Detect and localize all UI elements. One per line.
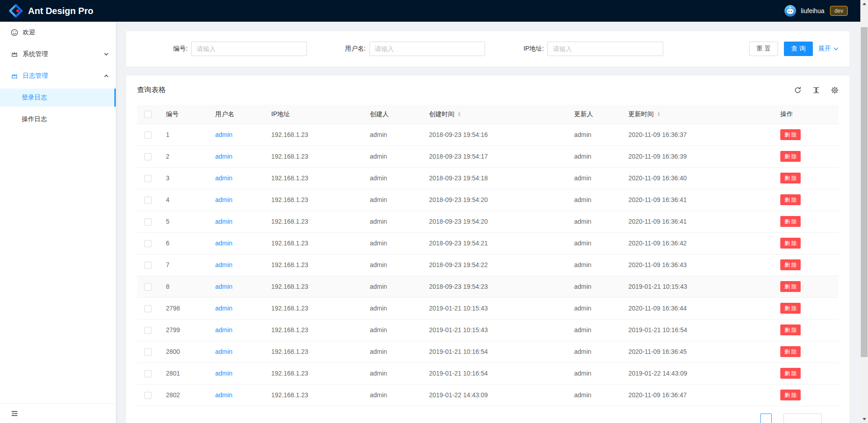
sidebar-item-label: 系统管理 (23, 50, 48, 58)
scrollbar-thumb[interactable] (861, 27, 868, 357)
scrollbar-up-arrow[interactable] (860, 0, 868, 8)
row-checkbox[interactable] (144, 348, 151, 356)
delete-button[interactable]: 删 除 (780, 173, 801, 183)
row-checkbox[interactable] (144, 175, 151, 182)
delete-button[interactable]: 删 除 (780, 238, 801, 249)
user-avatar[interactable] (784, 5, 796, 17)
sorter-icon[interactable]: ▲▼ (657, 112, 660, 117)
query-button[interactable]: 查 询 (784, 42, 813, 56)
row-checkbox[interactable] (144, 197, 151, 204)
column-header-created-time[interactable]: 创建时间▲▼ (422, 105, 567, 124)
row-checkbox[interactable] (144, 327, 151, 334)
row-checkbox[interactable] (144, 262, 151, 269)
username[interactable]: liufeihua (801, 7, 824, 14)
expand-link[interactable]: 展开 (818, 45, 839, 53)
sidebar-item-welcome[interactable]: 欢迎 (0, 24, 116, 42)
delete-button[interactable]: 删 除 (780, 281, 801, 292)
cell-id: 2 (159, 146, 208, 167)
username-link[interactable]: admin (215, 370, 232, 377)
menu-fold-icon[interactable] (11, 410, 18, 417)
ip-input[interactable] (547, 42, 663, 56)
delete-button[interactable]: 删 除 (780, 129, 801, 140)
sidebar-item-label: 操作日志 (22, 115, 47, 123)
column-header-updated-time[interactable]: 更新时间▲▼ (621, 105, 773, 124)
username-link[interactable]: admin (215, 153, 232, 160)
sidebar-item-log-management[interactable]: 日志管理 (0, 67, 116, 85)
delete-button[interactable]: 删 除 (780, 303, 801, 314)
table-row: 1admin192.168.1.23admin2018-09-23 19:54:… (137, 124, 839, 146)
cell-id: 5 (159, 211, 208, 232)
username-link[interactable]: admin (215, 131, 232, 138)
username-link[interactable]: admin (215, 305, 232, 312)
reload-icon[interactable] (794, 86, 802, 94)
delete-button[interactable]: 删 除 (780, 259, 801, 270)
delete-button[interactable]: 删 除 (780, 151, 801, 162)
sidebar-item-login-log[interactable]: 登录日志 (0, 89, 116, 107)
sidebar-item-system-management[interactable]: 系统管理 (0, 45, 116, 63)
cell-updater: admin (567, 167, 621, 189)
table-title: 查询表格 (137, 85, 166, 95)
sorter-icon[interactable]: ▲▼ (458, 112, 461, 117)
sidebar-item-operation-log[interactable]: 操作日志 (0, 110, 116, 128)
delete-button[interactable]: 删 除 (780, 216, 801, 227)
reset-button[interactable]: 重 置 (749, 42, 778, 56)
id-input[interactable] (191, 42, 307, 56)
env-badge: dev (830, 6, 848, 16)
row-checkbox[interactable] (144, 132, 151, 139)
username-input[interactable] (369, 42, 485, 56)
table-row: 5admin192.168.1.23admin2018-09-23 19:54:… (137, 211, 839, 232)
cell-id: 8 (159, 276, 208, 297)
table-row: 2802admin192.168.1.23admin2019-01-22 14:… (137, 384, 839, 406)
cell-creator: admin (363, 167, 422, 189)
row-checkbox[interactable] (144, 240, 151, 247)
scrollbar-down-arrow[interactable] (860, 415, 868, 423)
delete-button[interactable]: 删 除 (780, 368, 801, 379)
table-row: 3admin192.168.1.23admin2018-09-23 19:54:… (137, 167, 839, 189)
ant-design-logo-icon[interactable] (9, 4, 23, 18)
row-checkbox[interactable] (144, 283, 151, 291)
username-link[interactable]: admin (215, 326, 232, 334)
username-link[interactable]: admin (215, 240, 232, 247)
username-link[interactable]: admin (215, 218, 232, 225)
cell-updater: admin (567, 319, 621, 341)
row-checkbox[interactable] (144, 370, 151, 377)
delete-button[interactable]: 删 除 (780, 390, 801, 400)
cell-ip: 192.168.1.23 (264, 211, 363, 232)
username-link[interactable]: admin (215, 283, 232, 290)
username-link[interactable]: admin (215, 391, 232, 399)
username-link[interactable]: admin (215, 196, 232, 203)
row-checkbox[interactable] (144, 153, 151, 160)
table-row: 2admin192.168.1.23admin2018-09-23 19:54:… (137, 146, 839, 167)
smile-icon (11, 29, 18, 36)
username-link[interactable]: admin (215, 174, 232, 182)
cell-ip: 192.168.1.23 (264, 189, 363, 211)
delete-button[interactable]: 删 除 (780, 324, 801, 335)
cell-creator: admin (363, 319, 422, 341)
username-link[interactable]: admin (215, 348, 232, 355)
cell-id: 2800 (159, 341, 208, 362)
cell-creator: admin (363, 254, 422, 276)
delete-button[interactable]: 删 除 (780, 346, 801, 357)
cell-updater: admin (567, 362, 621, 384)
row-checkbox[interactable] (144, 392, 151, 399)
main-content: 编号: 用户名: IP地址: 重 置 查 询 展开 (116, 22, 860, 423)
pagination-current-page[interactable] (760, 414, 772, 423)
settings-icon[interactable] (831, 86, 839, 94)
cell-created-time: 2019-01-21 10:15:43 (422, 319, 567, 341)
crown-icon (11, 72, 18, 80)
query-table-card: 查询表格 (126, 75, 849, 423)
page-scrollbar[interactable] (860, 0, 868, 423)
row-checkbox[interactable] (144, 218, 151, 226)
cell-updated-time: 2020-11-09 16:36:37 (621, 124, 773, 146)
row-checkbox[interactable] (144, 305, 151, 312)
column-header-ip: IP地址 (264, 105, 363, 124)
username-link[interactable]: admin (215, 261, 232, 268)
select-all-checkbox[interactable] (144, 111, 151, 118)
delete-button[interactable]: 删 除 (780, 194, 801, 205)
cell-creator: admin (363, 362, 422, 384)
pagination-page-size-select[interactable] (783, 414, 822, 423)
cell-id: 2801 (159, 362, 208, 384)
field-id: 编号: (137, 42, 315, 56)
cell-ip: 192.168.1.23 (264, 341, 363, 362)
column-height-icon[interactable] (812, 86, 820, 94)
